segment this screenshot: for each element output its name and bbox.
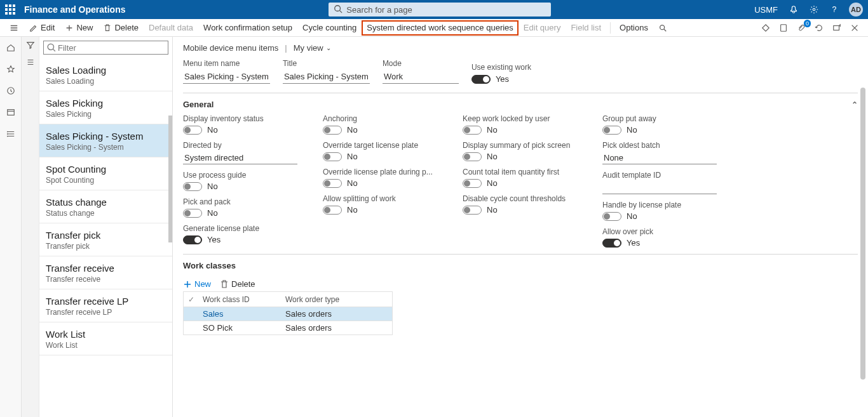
table-row[interactable]: SalesSales orders [184,307,392,321]
display_inv_status-toggle[interactable] [183,126,202,135]
action-search-button[interactable] [653,19,672,37]
diamond-icon[interactable] [760,22,771,34]
use-existing-work-toggle[interactable] [471,75,491,84]
list-item[interactable]: Sales Picking - SystemSales Picking - Sy… [39,124,172,157]
edit-button[interactable]: Edit [24,19,60,37]
title-field: Title Sales Picking - System [283,59,370,84]
anchoring-field: AnchoringNo [323,114,437,135]
generate_lp-field: Generate license plateYes [183,224,297,244]
home-icon[interactable] [5,42,17,53]
plus-icon [65,23,74,32]
scrollbar-thumb[interactable] [860,88,865,380]
list-collapse-icon[interactable] [26,58,35,69]
bell-icon[interactable] [788,4,799,15]
scrollbar-thumb[interactable] [168,116,172,242]
main-content: Mobile device menu items | My view ⌄ Men… [173,37,868,417]
edit-query-button: Edit query [519,19,566,37]
clock-icon[interactable] [5,85,17,96]
avatar[interactable]: AD [849,3,863,17]
svg-line-1 [340,10,342,13]
list-filter-input[interactable] [43,41,168,55]
list-item-sub: Transfer pick [46,242,166,251]
cycle-counting-button[interactable]: Cycle counting [297,19,362,37]
generate_lp-toggle[interactable] [183,235,202,244]
breadcrumb: Mobile device menu items | My view ⌄ [173,37,868,56]
override_lp_put-toggle[interactable] [323,179,342,188]
modules-icon[interactable] [5,128,17,140]
top-header: Finance and Operations Search for a page… [0,0,868,19]
use_process_guide-toggle[interactable] [183,182,202,191]
count_total-field: Count total item quantity firstNo [463,168,577,188]
list-item[interactable]: Sales LoadingSales Loading [39,58,172,91]
global-search[interactable]: Search for a page [329,3,551,17]
workspace-icon[interactable] [5,107,17,118]
display_summary-field: Display summary of pick screenNo [463,141,577,161]
record-list: Sales LoadingSales LoadingSales PickingS… [39,37,173,417]
check-icon[interactable]: ✓ [184,295,199,304]
page-icon[interactable] [778,22,789,34]
mode-input[interactable]: Work [383,70,459,84]
list-item[interactable]: Transfer pickTransfer pick [39,223,172,256]
list-item[interactable]: Spot CountingSpot Counting [39,157,172,190]
list-item[interactable]: Transfer receiveTransfer receive [39,256,172,289]
attachments-icon[interactable]: 0 [796,22,807,34]
count_total-toggle[interactable] [463,179,482,188]
col-work-class-id[interactable]: Work class ID [199,295,281,304]
search-placeholder: Search for a page [346,5,412,15]
list-item[interactable]: Work ListWork List [39,322,172,355]
group_put-field: Group put awayNo [602,114,717,135]
popout-icon[interactable] [831,22,843,34]
list-item[interactable]: Status changeStatus change [39,190,172,223]
help-icon[interactable]: ? [829,4,840,15]
sys-directed-queries-button[interactable]: System directed work sequence queries [362,20,519,36]
list-item-title: Transfer receive [46,263,166,274]
list-item-title: Sales Loading [46,65,166,76]
directed_by-field: Directed bySystem directed [183,141,297,164]
options-button[interactable]: Options [614,19,653,37]
pick_and_pack-field: Pick and packNo [183,197,297,218]
collapse-icon[interactable]: ⌃ [851,100,858,109]
group_put-toggle[interactable] [602,126,621,135]
list-item-sub: Sales Loading [46,77,166,86]
gear-icon[interactable] [808,4,820,15]
keep_locked-toggle[interactable] [463,126,482,135]
funnel-icon[interactable] [26,41,35,51]
display_summary-toggle[interactable] [463,152,482,161]
wc-new-button[interactable]: New [183,279,211,289]
table-row[interactable]: SO PickSales orders [184,321,392,335]
waffle-icon[interactable] [5,4,15,15]
menu-item-name-input[interactable]: Sales Picking - System [183,70,270,84]
use_process_guide-field: Use process guideNo [183,171,297,191]
list-item[interactable]: Sales PickingSales Picking [39,91,172,124]
disable_cc-toggle[interactable] [463,206,482,215]
work-confirmation-button[interactable]: Work confirmation setup [198,19,297,37]
pick_oldest-input[interactable]: None [602,152,717,164]
delete-button[interactable]: Delete [98,19,144,37]
allow_over_pick-toggle[interactable] [602,239,621,248]
list-item-sub: Sales Picking - System [46,143,166,152]
handle_lp-toggle[interactable] [602,212,621,221]
star-icon[interactable] [5,63,17,75]
view-selector[interactable]: My view ⌄ [294,43,331,53]
override_target_lp-toggle[interactable] [323,152,342,161]
pick_and_pack-toggle[interactable] [183,209,202,218]
anchoring-toggle[interactable] [323,126,342,135]
new-button[interactable]: New [60,19,98,37]
close-icon[interactable] [849,22,860,34]
col-work-order-type[interactable]: Work order type [281,295,392,304]
wc-delete-button[interactable]: Delete [220,279,255,289]
company-code[interactable]: USMF [754,5,778,15]
title-input[interactable]: Sales Picking - System [283,70,370,84]
trash-icon [103,23,112,32]
allow_split-toggle[interactable] [323,206,342,215]
audit_template-field: Audit template ID [602,171,717,194]
refresh-icon[interactable] [813,22,825,34]
list-item-title: Transfer receive LP [46,296,166,307]
svg-text:?: ? [832,5,837,14]
list-item[interactable]: Transfer receive LPTransfer receive LP [39,289,172,322]
audit_template-input[interactable] [602,182,717,194]
work-classes-table: ✓ Work class ID Work order type SalesSal… [183,291,393,335]
hamburger-icon[interactable] [8,22,20,34]
directed_by-input[interactable]: System directed [183,152,297,164]
general-heading: General [183,100,214,109]
